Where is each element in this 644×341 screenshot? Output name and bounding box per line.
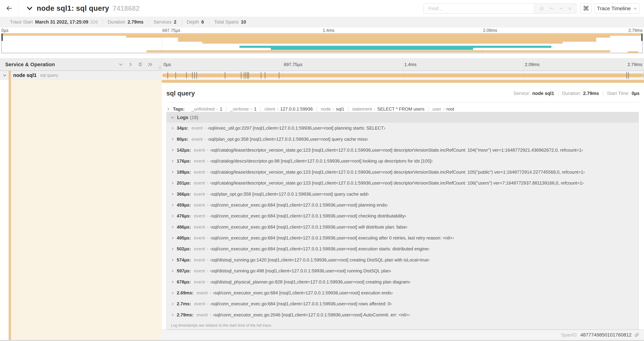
detail-stat-item: Duration: 2.79ms <box>558 91 603 96</box>
log-row[interactable]: 189µs: event = ‹sql/catalog/lease/descri… <box>167 167 638 178</box>
timeline-header-row: Service & Operation 0µs 697.75µs 1.4ms 2… <box>0 58 644 71</box>
log-timestamp: 2.7ms: <box>177 301 191 306</box>
equals-sign: = <box>209 313 211 317</box>
log-marker <box>628 72 628 79</box>
equals-sign: = <box>332 107 334 111</box>
summary-label: Trace Start <box>10 20 33 25</box>
link-icon[interactable] <box>634 332 640 338</box>
minimap-right-scrubber[interactable] <box>641 34 642 41</box>
log-key: event <box>194 268 205 274</box>
chevron-right-icon <box>171 302 174 306</box>
timeline-tick: 2.79ms <box>628 62 642 67</box>
log-timestamp: 678µs: <box>177 279 191 285</box>
equals-sign: = <box>204 137 206 141</box>
equals-sign: = <box>206 247 208 251</box>
equals-sign: = <box>216 107 218 111</box>
tag-item: statement = SELECT * FROM users <box>348 106 428 112</box>
log-row[interactable]: 80µs: event = ‹sql/plan_opt.go:358 [nsql… <box>167 134 638 145</box>
chevron-right-icon <box>171 192 174 196</box>
left-gutter <box>0 80 9 340</box>
log-row[interactable]: 366µs: event = ‹sql/plan_opt.go:358 [nsq… <box>167 189 638 199</box>
equals-sign: = <box>443 107 445 111</box>
prev-match-icon[interactable] <box>549 6 554 11</box>
trace-summary-item: Services 2 <box>148 20 182 25</box>
minimap-span-bar <box>2 34 641 36</box>
summary-value: 2 <box>174 20 176 25</box>
bottom-edge <box>0 340 644 341</box>
log-key: event <box>194 191 205 197</box>
service-operation-title: Service & Operation <box>5 62 55 67</box>
column-resize-handle[interactable] <box>159 66 161 70</box>
trace-view-select[interactable]: Trace Timeline <box>594 3 640 14</box>
clear-find-icon[interactable]: × <box>568 6 572 12</box>
log-message: ‹sql/catalog/lease/descriptor_version_st… <box>210 169 584 175</box>
log-marker <box>626 72 627 79</box>
equals-sign: = <box>206 225 208 229</box>
keyboard-shortcuts-button[interactable]: ⌘ <box>580 3 592 14</box>
minimap-left-scrubber[interactable] <box>2 34 3 41</box>
trace-minimap[interactable]: 0µs 697.75µs 1.4ms 2.09ms 2.79ms <box>0 28 644 54</box>
log-row[interactable]: 459µs: event = ‹sql/conn_executor_exec.g… <box>167 200 638 210</box>
log-marker <box>241 72 241 79</box>
log-row[interactable]: 486µs: event = ‹sql/conn_executor_exec.g… <box>167 222 638 232</box>
log-key: event <box>194 279 205 285</box>
tags-list: _unfinished = 1 _verbose = 1 client = 12… <box>188 106 458 112</box>
span-timeline-cell[interactable] <box>162 71 644 80</box>
expand-one-icon[interactable] <box>128 62 133 67</box>
trace-summary-item: Depth 6 <box>182 20 209 25</box>
log-row[interactable]: 597µs: event = ‹sql/distsql_running.go:4… <box>167 265 638 276</box>
equals-sign: = <box>206 192 208 196</box>
log-key: event <box>194 235 205 241</box>
tag-item: _verbose = 1 <box>226 106 260 112</box>
log-marker <box>247 72 248 79</box>
equals-sign: = <box>204 126 206 130</box>
detail-divider <box>166 102 640 103</box>
log-row[interactable]: 678µs: event = ‹sql/distsql_physical_pla… <box>167 276 638 287</box>
collapse-span-chevron[interactable] <box>2 73 7 78</box>
collapse-all-icon[interactable] <box>138 62 143 67</box>
timeline-tick: 1.4ms <box>404 62 417 67</box>
locate-icon[interactable] <box>539 6 544 11</box>
log-message: ‹sql/conn_executor_exec.go:684 [nsql1,cl… <box>210 213 406 219</box>
trace-summary-item: Duration 2.79ms <box>103 20 149 25</box>
back-button[interactable] <box>0 0 18 17</box>
log-timestamp: 2.69ms: <box>177 290 194 296</box>
summary-value: 10 <box>241 20 246 25</box>
log-row[interactable]: 574µs: event = ‹sql/distsql_running.go:1… <box>167 254 638 265</box>
tag-key: user <box>432 106 441 112</box>
logs-title: Logs <box>177 115 188 120</box>
log-message: ‹sql/conn_executor_exec.go:684 [nsql1,cl… <box>210 224 407 230</box>
log-row[interactable]: 2.69ms: event = ‹sql/conn_executor_exec.… <box>167 287 638 298</box>
chevron-right-icon <box>171 214 174 218</box>
expand-all-icon[interactable] <box>147 62 153 67</box>
collapse-one-icon[interactable] <box>118 62 124 67</box>
log-row[interactable]: 2.79ms: event = ‹sql/conn_executor_exec.… <box>167 309 638 320</box>
equals-sign: = <box>206 181 208 185</box>
log-row[interactable]: 176µs: event = ‹sql/catalog/descs/descri… <box>167 156 638 167</box>
log-row[interactable]: 2.7ms: event = ‹sql/conn_executor_exec.g… <box>167 298 638 309</box>
find-suffix-controls: × <box>534 4 576 13</box>
next-match-icon[interactable] <box>559 6 564 11</box>
log-row[interactable]: 201µs: event = ‹sql/catalog/lease/descri… <box>167 178 638 189</box>
tag-value: root <box>446 106 454 112</box>
span-detail-panel: sql query Service: node sql1 Duration: 2… <box>162 83 644 330</box>
log-row[interactable]: 476µs: event = ‹sql/conn_executor_exec.g… <box>167 210 638 221</box>
log-row[interactable]: 142µs: event = ‹sql/catalog/lease/descri… <box>167 145 638 156</box>
minimap-canvas[interactable] <box>2 33 642 53</box>
span-service-name: node sql1 <box>13 72 36 78</box>
tag-item: user = root <box>428 106 458 112</box>
collapse-trace-chevron[interactable] <box>26 5 33 12</box>
find-input[interactable]: Find... <box>424 4 534 13</box>
log-row[interactable]: 502µs: event = ‹sql/conn_executor_exec.g… <box>167 243 638 254</box>
logs-list: 34µs: event = ‹sql/exec_util.go:2297 [ns… <box>167 123 638 320</box>
detail-top-bar <box>162 80 644 83</box>
logs-accordion-header[interactable]: Logs (18) <box>167 112 638 123</box>
log-message: ‹sql/conn_executor_exec.go:684 [nsql1,cl… <box>210 301 392 306</box>
chevron-down-icon <box>26 5 33 12</box>
log-row[interactable]: 495µs: event = ‹sql/conn_executor_exec.g… <box>167 232 638 243</box>
log-row[interactable]: 34µs: event = ‹sql/exec_util.go:2297 [ns… <box>167 123 638 134</box>
spanid-value: 4877749850101760812 <box>580 332 632 338</box>
span-name-cell[interactable]: node sql1 sql query <box>0 71 162 80</box>
span-row[interactable]: node sql1 sql query <box>0 71 644 80</box>
find-search-box[interactable]: Find... × <box>424 3 576 14</box>
